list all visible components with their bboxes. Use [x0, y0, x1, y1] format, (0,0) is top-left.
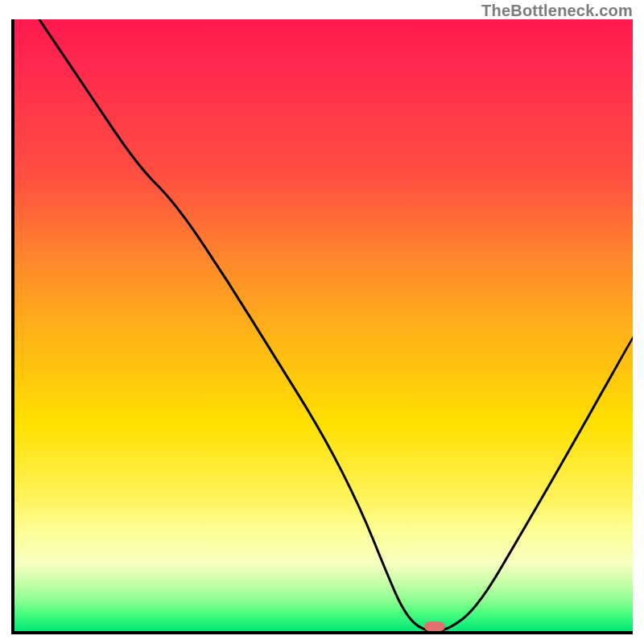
watermark-text: TheBottleneck.com: [481, 2, 633, 20]
optimal-marker: [424, 621, 445, 631]
bottleneck-curve: [14, 19, 633, 631]
plot-area: [11, 19, 633, 634]
